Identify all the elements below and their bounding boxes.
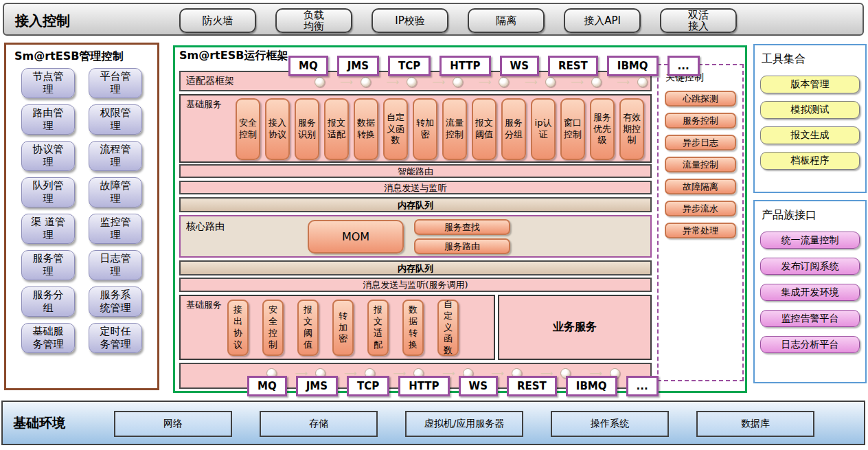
base-service-button[interactable]: 转加密 [413,98,437,160]
product-interface-button[interactable]: 集成开发环境 [760,284,860,301]
base-service-button[interactable]: 服务优先级 [590,98,615,160]
product-family-title: 产品族接口 [762,208,865,223]
environment-box[interactable]: 虚拟机/应用服务器 [405,411,523,437]
key-control-button[interactable]: 服务控制 [665,113,736,128]
protocol-box[interactable]: REST [548,56,598,76]
protocol-box[interactable]: ... [626,376,659,396]
connector-unit: ⟶ [479,77,510,87]
base-service-button[interactable]: 有效期控制 [619,98,644,160]
product-interface-button[interactable]: 监控告警平台 [760,310,860,327]
management-item-button[interactable]: 渠 道管理 [21,214,75,244]
tool-button[interactable]: 档板程序 [760,152,860,170]
protocol-box[interactable]: WS [459,376,498,396]
management-item-button[interactable]: 节点管理 [21,68,75,98]
protocol-box[interactable]: HTTP [439,56,490,76]
key-control-button[interactable]: 心跳探测 [665,91,736,106]
access-control-button[interactable]: IP校验 [372,8,448,33]
product-interface-button[interactable]: 发布订阅系统 [760,258,860,275]
base-service-button[interactable]: 服务识别 [295,98,319,160]
access-control-button[interactable]: 隔离 [468,8,545,33]
management-item-button[interactable]: 故障管理 [89,177,142,207]
key-control-button[interactable]: 异步流水 [665,201,736,216]
product-family-panel: 产品族接口 统一流量控制 发布订阅系统 集成开发环境 监控告警平台 日志分析平台 [753,200,867,383]
base-service-button[interactable]: 自定义函数 [437,300,459,356]
key-control-button[interactable]: 异常处理 [665,223,736,238]
tool-button[interactable]: 模拟测试 [760,101,860,119]
management-item-button[interactable]: 定时任务管理 [89,323,142,353]
service-finder-button[interactable]: 服务查找 [414,219,510,235]
environment-box[interactable]: 存储 [260,411,378,437]
management-item-button[interactable]: 流程管理 [89,141,142,171]
management-item-button[interactable]: 路由管理 [21,104,75,135]
arrow-right-icon: ⟶ [617,77,630,87]
access-control-button[interactable]: 防火墙 [179,8,256,33]
base-service-button[interactable]: 报文阈值 [472,98,496,160]
protocol-box[interactable]: ... [667,56,700,76]
environment-box[interactable]: 操作系统 [551,411,669,437]
arrow-right-icon: ⟶ [571,77,584,87]
base-environment-boxes: 网络 存储 虚拟机/应用服务器 操作系统 数据库 [114,411,814,437]
runtime-framework-title: Sm@rtESB运行框架 [179,49,288,63]
product-interface-button[interactable]: 日志分析平台 [760,336,860,353]
tool-button[interactable]: 报文生成 [760,126,860,144]
access-control-bar: 接入控制 防火墙 负载 均衡 IP校验 隔离 接入API 双活 接入 [3,3,864,36]
management-item-button[interactable]: 权限管理 [89,104,142,135]
management-item-button[interactable]: 服务系统管理 [89,286,142,317]
protocol-box[interactable]: MQ [288,56,328,76]
protocol-box[interactable]: REST [507,376,557,396]
protocol-box[interactable]: JMS [296,376,338,396]
management-item-button[interactable]: 服务分组 [21,286,75,317]
business-services-box: 业务服务 [498,295,652,360]
base-service-button[interactable]: 流量控制 [442,98,467,160]
mom-button[interactable]: MOM [308,220,404,254]
base-service-button[interactable]: 转加密 [332,300,354,356]
base-service-button[interactable]: 报文适配 [324,98,349,160]
base-service-button[interactable]: 数据转换 [402,300,424,356]
adapter-connector-row: ⟶ ⟶ ⟶ ⟶ ⟶ [294,77,648,87]
protocol-box[interactable]: IBMQ [607,56,659,76]
tool-button[interactable]: 版本管理 [760,76,860,93]
protocol-box[interactable]: MQ [247,376,287,396]
base-services-bottom-label: 基础服务 [186,296,222,359]
access-control-button[interactable]: 双活 接入 [660,8,737,33]
management-item-button[interactable]: 监控管理 [89,214,142,244]
environment-box[interactable]: 网络 [114,411,232,437]
message-listen-service-call-band: 消息发送与监听(服务调用) [179,278,652,292]
connector-unit: ⟶ [525,77,556,87]
connector-bead-icon [453,77,463,87]
base-service-button[interactable]: 报文阈值 [297,300,319,356]
base-service-button[interactable]: 数据转换 [354,98,378,160]
key-control-button[interactable]: 流量控制 [665,157,736,172]
base-service-button[interactable]: 安全控制 [236,98,260,160]
protocol-box[interactable]: HTTP [398,376,449,396]
base-service-button[interactable]: 自定义函数 [383,98,408,160]
access-control-button[interactable]: 接入API [564,8,641,33]
base-service-button[interactable]: 接入协议 [265,98,290,160]
base-service-button[interactable]: 报文适配 [367,300,389,356]
management-item-button[interactable]: 协议管理 [21,141,75,171]
management-item-button[interactable]: 基础服务管理 [21,323,75,353]
key-control-button[interactable]: 异步日志 [665,135,736,150]
connector-unit: ⟶ [340,77,371,87]
base-service-button[interactable]: ip认证 [531,98,556,160]
product-interface-button[interactable]: 统一流量控制 [760,232,860,249]
service-router-button[interactable]: 服务路由 [414,238,510,254]
protocol-box[interactable]: JMS [337,56,379,76]
management-item-button[interactable]: 队列管理 [21,177,75,207]
access-control-button[interactable]: 负载 均衡 [275,8,352,33]
protocol-box[interactable]: IBMQ [566,376,617,396]
connector-unit: ⟶ [386,77,417,87]
base-service-button[interactable]: 安全控制 [262,300,284,356]
base-service-button[interactable]: 窗口控制 [560,98,585,160]
environment-box[interactable]: 数据库 [696,411,814,437]
management-item-button[interactable]: 日志管理 [89,250,142,280]
protocol-box[interactable]: TCP [347,376,389,396]
management-item-button[interactable]: 服务管理 [21,250,75,280]
key-control-button[interactable]: 故障隔离 [665,179,736,194]
base-service-button[interactable]: 接出协议 [227,300,249,356]
protocol-box[interactable]: TCP [388,56,431,76]
protocol-box[interactable]: WS [500,56,539,76]
management-item-button[interactable]: 平台管理 [89,68,142,98]
base-service-button[interactable]: 服务分组 [501,98,526,160]
message-listen-band: 消息发送与监听 [179,181,652,194]
